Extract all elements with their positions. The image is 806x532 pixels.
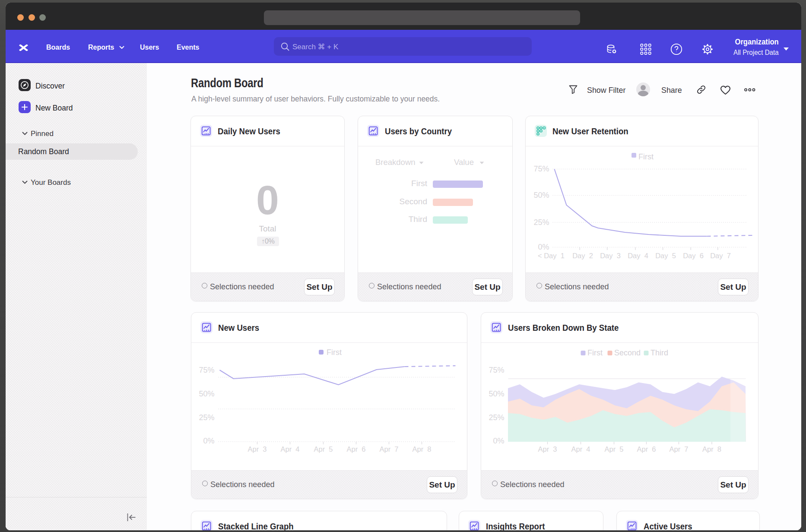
svg-text:Day 6: Day 6 bbox=[683, 252, 704, 260]
svg-text:Apr 5: Apr 5 bbox=[604, 445, 623, 453]
svg-text:75%: 75% bbox=[533, 165, 549, 173]
svg-text:Second: Second bbox=[614, 348, 641, 357]
svg-text:Apr 4: Apr 4 bbox=[280, 445, 299, 453]
svg-text:Apr 6: Apr 6 bbox=[637, 445, 656, 453]
svg-text:Day 5: Day 5 bbox=[655, 252, 676, 260]
svg-text:0%: 0% bbox=[203, 437, 214, 445]
svg-text:Apr 3: Apr 3 bbox=[248, 445, 267, 453]
svg-text:Day 1: Day 1 bbox=[544, 252, 565, 260]
svg-text:50%: 50% bbox=[199, 390, 214, 398]
svg-text:0%: 0% bbox=[493, 437, 504, 445]
svg-text:Third: Third bbox=[651, 348, 668, 357]
svg-text:First: First bbox=[638, 152, 654, 161]
svg-text:Day 7: Day 7 bbox=[710, 252, 731, 260]
svg-text:75%: 75% bbox=[489, 366, 504, 374]
svg-text:50%: 50% bbox=[533, 191, 549, 200]
svg-text:25%: 25% bbox=[533, 218, 549, 227]
svg-text:Apr 4: Apr 4 bbox=[571, 445, 590, 453]
svg-text:Apr 5: Apr 5 bbox=[314, 445, 333, 453]
svg-text:Day 3: Day 3 bbox=[600, 252, 621, 260]
svg-text:Apr 7: Apr 7 bbox=[669, 445, 688, 453]
svg-text:Apr 8: Apr 8 bbox=[702, 445, 721, 453]
svg-text:25%: 25% bbox=[199, 413, 214, 422]
svg-text:Apr 7: Apr 7 bbox=[379, 445, 398, 453]
svg-text:Apr 3: Apr 3 bbox=[538, 445, 557, 453]
svg-text:First: First bbox=[587, 348, 603, 357]
svg-text:75%: 75% bbox=[199, 366, 214, 374]
svg-text:First: First bbox=[327, 348, 342, 357]
svg-text:Day 4: Day 4 bbox=[628, 252, 648, 260]
svg-text:Day 2: Day 2 bbox=[572, 252, 593, 260]
svg-text:Apr 8: Apr 8 bbox=[412, 445, 431, 453]
svg-text:<: < bbox=[538, 252, 542, 260]
svg-text:0%: 0% bbox=[538, 243, 549, 251]
svg-text:50%: 50% bbox=[489, 390, 504, 398]
svg-text:25%: 25% bbox=[489, 413, 504, 422]
svg-text:Apr 6: Apr 6 bbox=[346, 445, 365, 453]
